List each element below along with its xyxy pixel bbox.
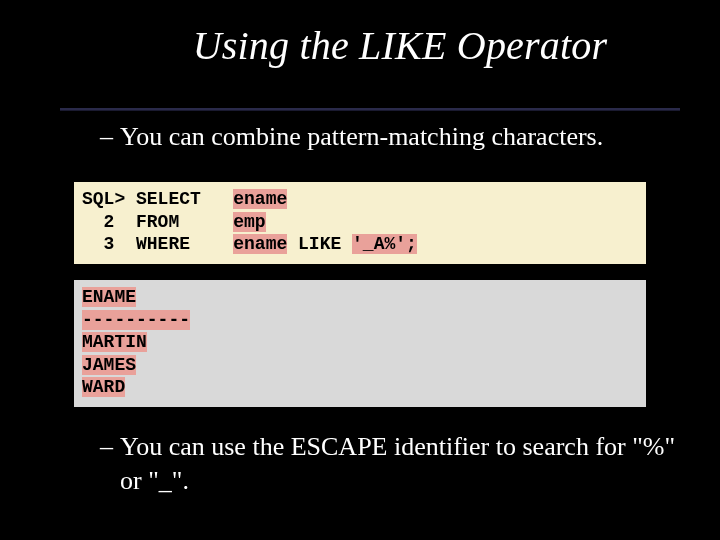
result-row: MARTIN bbox=[82, 332, 147, 352]
bullet-dash-icon: – bbox=[100, 430, 120, 464]
bullet-item: – You can combine pattern-matching chara… bbox=[100, 120, 680, 154]
result-row: JAMES bbox=[82, 355, 136, 375]
sql-prompt: 2 FROM bbox=[82, 212, 233, 232]
result-row: WARD bbox=[82, 377, 125, 397]
sql-highlight-column: ename bbox=[233, 189, 287, 209]
sql-keyword-like: LIKE bbox=[287, 234, 352, 254]
sql-line-1: SQL> SELECT ename bbox=[82, 189, 287, 209]
result-header: ENAME bbox=[82, 287, 136, 307]
bullet-text: You can use the ESCAPE identifier to sea… bbox=[120, 430, 680, 498]
sql-line-3: 3 WHERE ename LIKE '_A%'; bbox=[82, 234, 417, 254]
sql-highlight-pattern: '_A%'; bbox=[352, 234, 417, 254]
sql-highlight-column: ename bbox=[233, 234, 287, 254]
sql-highlight-table: emp bbox=[233, 212, 265, 232]
sql-code-block: SQL> SELECT ename 2 FROM emp 3 WHERE ena… bbox=[74, 182, 646, 264]
slide: Using the LIKE Operator – You can combin… bbox=[0, 0, 720, 540]
bullet-text: You can combine pattern-matching charact… bbox=[120, 120, 680, 154]
result-block: ENAME ---------- MARTIN JAMES WARD bbox=[74, 280, 646, 407]
bullet-group-1: – You can combine pattern-matching chara… bbox=[100, 120, 680, 154]
sql-prompt: SQL> SELECT bbox=[82, 189, 233, 209]
slide-title: Using the LIKE Operator bbox=[0, 0, 720, 69]
bullet-item: – You can use the ESCAPE identifier to s… bbox=[100, 430, 680, 498]
sql-line-2: 2 FROM emp bbox=[82, 212, 266, 232]
divider-shadow bbox=[60, 110, 680, 111]
result-separator: ---------- bbox=[82, 310, 190, 330]
bullet-dash-icon: – bbox=[100, 120, 120, 154]
bullet-group-2: – You can use the ESCAPE identifier to s… bbox=[100, 430, 680, 498]
sql-prompt: 3 WHERE bbox=[82, 234, 233, 254]
